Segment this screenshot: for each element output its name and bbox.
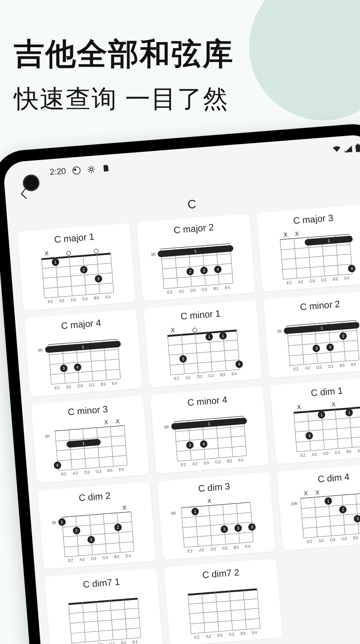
fretboard: 8fr134E2A2D3G3B3E4 <box>40 331 128 391</box>
fretboard: X6fr1333E2A2D3G3B3E4 <box>173 494 261 554</box>
chord-grid[interactable]: C major 1X123E2A2D3G3B3E4C major 23fr123… <box>8 204 360 644</box>
fret-label: 6fr <box>171 511 176 516</box>
fret-label: 8fr <box>38 347 43 353</box>
chord-card[interactable]: C major 48fr134E2A2D3G3B3E4 <box>24 309 142 397</box>
chord-card[interactable]: C minor 3XX5fr14E2A2D3G3B3E4 <box>31 396 149 483</box>
fret-label: 10fr <box>291 501 298 506</box>
fret-label: 3fr <box>51 520 56 525</box>
headline-title: 吉他全部和弦库 <box>14 33 234 75</box>
svg-point-1 <box>74 168 76 171</box>
fretboard: XX5fr14E2A2D3G3B3E4 <box>47 417 134 477</box>
fret-label: 8fr <box>164 425 169 430</box>
fretboard: 3fr1234E2A2D3G3B3E4 <box>279 312 360 372</box>
chord-card[interactable]: C dim7 2E2A2D3G3B3E4 <box>164 558 282 644</box>
status-time: 2:20 <box>49 166 67 177</box>
fret-label: 3fr <box>151 252 156 257</box>
svg-point-2 <box>90 167 92 170</box>
fret-area: 10fr1223 <box>300 493 360 538</box>
fret-area: 3fr1223 <box>61 512 134 557</box>
phone-bezel: 2:20 <box>0 122 360 644</box>
fret-area: 3fr1234 <box>160 243 232 289</box>
fret-area: 123 <box>41 253 113 298</box>
chord-title: C dim7 1 <box>83 576 121 590</box>
chord-card[interactable]: C dim 1XX1123E2A2D3G3B3E4 <box>270 377 360 464</box>
fret-area: 5fr14 <box>55 425 127 471</box>
phone-screen: 2:20 <box>3 134 360 644</box>
app-icon <box>72 166 81 174</box>
sd-icon <box>102 163 110 172</box>
fretboard: E2A2D3G3B3E4 <box>61 590 148 644</box>
chord-card[interactable]: C minor 23fr1234E2A2D3G3B3E4 <box>263 291 360 378</box>
chord-title: C dim7 2 <box>202 567 240 581</box>
chord-card[interactable]: C dim 2X3fr1223E2A2D3G3B3E4 <box>38 482 156 570</box>
chord-card[interactable]: C major 3XX14E2A2D3G3B3E4 <box>256 204 360 292</box>
chord-title: C major 1 <box>54 231 95 245</box>
headline-subtitle: 快速查询 一目了然 <box>14 82 234 116</box>
chord-card[interactable]: C minor 48fr134E2A2D3G3B3E4 <box>150 386 268 474</box>
chord-card[interactable]: C dim 4XX10fr1223E2A2D3G3B3E4 <box>277 463 360 551</box>
fretboard: E2A2D3G3B3E4 <box>180 581 268 641</box>
chord-title: C major 4 <box>61 317 101 331</box>
headline: 吉他全部和弦库 快速查询 一目了然 <box>14 33 234 116</box>
chord-card[interactable]: C minor 1X1134E2A2D3G3B3E4 <box>144 300 262 388</box>
fretboard: X123E2A2D3G3B3E4 <box>34 245 121 305</box>
fretboard: XX1123E2A2D3G3B3E4 <box>286 398 360 458</box>
chord-title: C minor 2 <box>299 299 340 313</box>
fretboard: 8fr134E2A2D3G3B3E4 <box>167 408 254 468</box>
fret-area: 6fr1333 <box>181 502 253 547</box>
fret-label: 3fr <box>277 329 282 334</box>
chord-card[interactable]: C major 1X123E2A2D3G3B3E4 <box>18 223 136 311</box>
battery-icon <box>355 144 360 152</box>
fret-area <box>188 588 260 634</box>
fret-area: 8fr134 <box>174 416 246 461</box>
fret-area: 3fr1234 <box>287 320 359 365</box>
status-right <box>332 143 360 155</box>
chord-title: C dim 3 <box>198 481 230 494</box>
chord-card[interactable]: C major 23fr1234E2A2D3G3B3E4 <box>137 214 255 302</box>
status-left: 2:20 <box>49 163 110 177</box>
chord-title: C dim 1 <box>311 385 343 398</box>
chord-title: C minor 1 <box>180 308 221 322</box>
fretboard: X1134E2A2D3G3B3E4 <box>160 322 247 382</box>
wifi-icon <box>332 145 342 155</box>
chord-card[interactable]: C dim 3X6fr1333E2A2D3G3B3E4 <box>157 472 275 560</box>
fretboard: X3fr1223E2A2D3G3B3E4 <box>54 504 141 564</box>
fret-area: 1134 <box>167 329 239 375</box>
signal-icon <box>344 145 352 152</box>
fret-label: 5fr <box>45 434 50 439</box>
fretboard: 3fr1234E2A2D3G3B3E4 <box>153 235 240 296</box>
chord-title: C major 2 <box>173 222 214 236</box>
gear-icon <box>87 165 96 173</box>
fretboard: XX14E2A2D3G3B3E4 <box>273 226 360 286</box>
chord-title: C minor 3 <box>67 404 108 418</box>
chord-title: C dim 2 <box>78 490 110 503</box>
phone-frame: 2:20 <box>0 122 360 644</box>
fret-area <box>68 598 140 643</box>
chord-title: C major 3 <box>293 212 334 226</box>
chord-title: C minor 4 <box>187 395 227 409</box>
fret-area: 1123 <box>293 407 360 452</box>
fretboard: XX10fr1223E2A2D3G3B3E4 <box>293 485 360 545</box>
svg-point-0 <box>73 166 80 174</box>
fret-area: 14 <box>280 234 352 279</box>
fret-area: 8fr134 <box>48 339 120 384</box>
chord-card[interactable]: C dim7 1E2A2D3G3B3E4 <box>44 568 163 644</box>
chord-title: C dim 4 <box>317 471 350 484</box>
background-blob <box>249 0 360 120</box>
